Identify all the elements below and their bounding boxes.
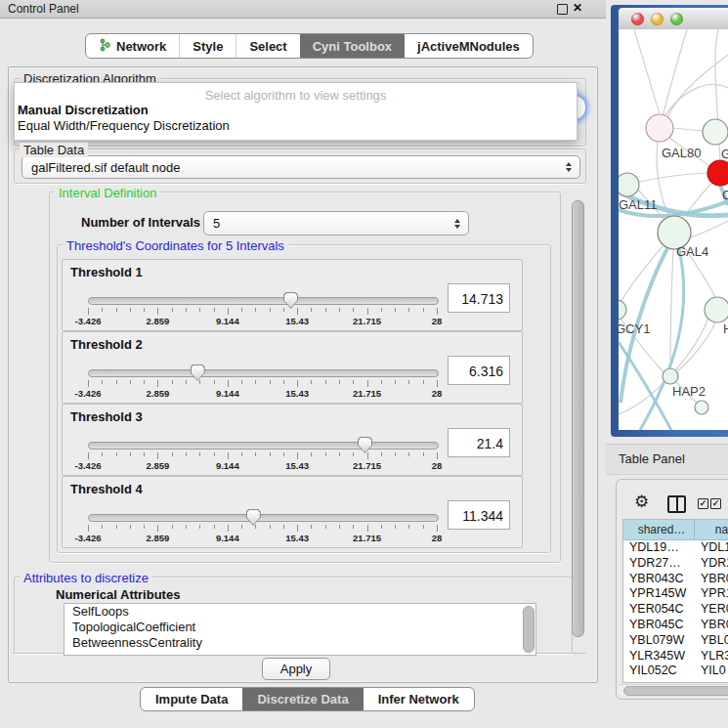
checkbox-icon[interactable]: ✓ — [698, 498, 708, 509]
algorithm-option-equal-width-frequency-discretization[interactable]: Equal Width/Frequency Discretization — [18, 118, 565, 134]
table-cell[interactable]: YBL079W — [623, 633, 695, 649]
tick-mark — [325, 452, 326, 456]
table-cell[interactable]: YBR0 — [695, 572, 728, 587]
algorithm-option-manual-discretization[interactable]: Manual Discretization — [18, 103, 565, 118]
tick-mark — [270, 452, 271, 456]
tab-impute-data[interactable]: Impute Data — [141, 688, 242, 710]
tick-mark — [214, 308, 215, 312]
threshold-slider-track[interactable] — [88, 369, 439, 377]
tab-infer-network[interactable]: Infer Network — [364, 688, 474, 710]
table-cell[interactable]: YDL1 — [695, 540, 728, 556]
network-node-h[interactable] — [705, 297, 728, 322]
network-node-c[interactable] — [707, 160, 728, 186]
attribute-item-betweennesscentrality[interactable]: BetweennessCentrality — [64, 635, 535, 651]
table-row[interactable]: YIL052CYIL0 — [623, 664, 728, 679]
minimize-traffic-light-icon[interactable] — [651, 13, 664, 25]
table-cell[interactable]: YBL0 — [695, 633, 728, 649]
number-of-intervals-value: 5 — [204, 216, 450, 231]
table-cell[interactable]: YIL0 — [695, 664, 728, 679]
table-cell[interactable]: YLR345W — [623, 649, 695, 664]
table-row[interactable]: YPR145WYPR1 — [623, 586, 728, 602]
threshold-slider-track[interactable] — [88, 297, 439, 305]
tick-mark — [437, 380, 438, 387]
tab-discretize-data[interactable]: Discretize Data — [242, 688, 363, 710]
table-cell[interactable]: YDL19… — [623, 540, 695, 556]
network-canvas[interactable]: GAL80GACGAL11GAL4GCY1HHAP2 — [619, 29, 728, 430]
tick-mark — [297, 308, 298, 315]
number-of-intervals-combobox[interactable]: 5 — [203, 211, 469, 236]
threshold-value-field[interactable]: 14.713 — [448, 283, 510, 313]
table-cell[interactable]: YBR045C — [623, 618, 695, 633]
columns-icon[interactable] — [667, 495, 686, 513]
table-cell[interactable]: YPR1 — [695, 586, 728, 602]
tab-network[interactable]: Network — [86, 34, 179, 58]
table-cell[interactable]: YPR145W — [623, 586, 695, 602]
close-traffic-light-icon[interactable] — [631, 13, 644, 25]
attributes-title: Attributes to discretize — [20, 571, 152, 585]
table-row[interactable]: YDL19…YDL1 — [623, 540, 728, 556]
threshold-slider-track[interactable] — [88, 442, 439, 450]
table-cell[interactable]: YER0 — [695, 602, 728, 618]
network-node-gal80[interactable] — [646, 114, 673, 142]
table-cell[interactable]: YIL052C — [623, 664, 695, 679]
zoom-traffic-light-icon[interactable] — [670, 13, 683, 25]
network-node-hap2[interactable] — [663, 368, 678, 384]
network-node-label: H — [723, 321, 728, 336]
close-icon[interactable]: ✕ — [573, 1, 582, 15]
network-node-label: GA — [721, 147, 728, 161]
tick-mark — [186, 525, 187, 529]
network-node-gal11[interactable] — [619, 173, 639, 196]
tab-cyni-toolbox[interactable]: Cyni Toolbox — [300, 34, 405, 58]
horizontal-scrollbar[interactable] — [619, 684, 728, 696]
table-row[interactable]: YDR27…YDR2 — [623, 556, 728, 572]
threshold-value-field[interactable]: 21.4 — [448, 428, 510, 457]
table-row[interactable]: YBR043CYBR0 — [623, 572, 728, 587]
network-node-unlabeled[interactable] — [695, 401, 708, 414]
threshold-slider-track[interactable] — [88, 514, 439, 522]
table-cell[interactable]: YBR0 — [695, 618, 728, 633]
threshold-slider-thumb[interactable] — [358, 437, 372, 453]
table-cell[interactable]: YER054C — [623, 602, 695, 618]
gear-icon[interactable]: ⚙ — [634, 492, 649, 512]
threshold-value-field[interactable]: 11.344 — [448, 500, 510, 530]
checkbox-icon[interactable]: ✓ — [710, 498, 721, 509]
table-cell[interactable]: YLR3 — [695, 649, 728, 664]
tick-label: 15.43 — [285, 316, 309, 326]
threshold-slider-thumb[interactable] — [283, 292, 298, 309]
tick-label: 9.144 — [216, 533, 239, 543]
table-row[interactable]: YBR045CYBR0 — [623, 618, 728, 633]
table-row[interactable]: YER054CYER0 — [623, 602, 728, 618]
table-cell[interactable]: YDR2 — [695, 556, 728, 572]
column-header-na[interactable]: na — [695, 520, 728, 539]
tick-mark — [353, 452, 354, 456]
apply-button[interactable]: Apply — [262, 658, 330, 680]
attribute-item-selfloops[interactable]: SelfLoops — [64, 604, 535, 620]
network-node-gcy1[interactable] — [619, 300, 626, 320]
vertical-scrollbar[interactable] — [572, 200, 584, 637]
table-row[interactable]: YLR345WYLR3 — [623, 649, 728, 664]
table-row[interactable]: YBL079WYBL0 — [623, 633, 728, 649]
tick-mark — [102, 380, 103, 384]
tick-mark — [144, 308, 145, 312]
table-data-combobox[interactable]: galFiltered.sif default node — [21, 155, 580, 179]
spinner-arrows-icon[interactable] — [561, 162, 577, 172]
tab-select[interactable]: Select — [236, 34, 299, 58]
tick-mark — [283, 308, 284, 312]
tab-jactivemnodules[interactable]: jActiveMNodules — [405, 34, 533, 58]
column-header-shared[interactable]: shared… — [623, 520, 695, 539]
tab-style[interactable]: Style — [179, 34, 236, 58]
tick-mark — [325, 308, 326, 312]
threshold-slider-thumb[interactable] — [191, 364, 205, 381]
tick-mark — [102, 308, 103, 312]
table-cell[interactable]: YDR27… — [623, 556, 695, 572]
network-window-titlebar[interactable] — [619, 8, 728, 30]
tick-mark — [423, 525, 424, 529]
list-scrollbar[interactable] — [523, 606, 535, 653]
threshold-value-field[interactable]: 6.316 — [448, 356, 510, 385]
threshold-slider-thumb[interactable] — [246, 509, 261, 526]
network-node-ga[interactable] — [703, 119, 728, 145]
spinner-arrows-icon[interactable] — [450, 219, 465, 229]
attribute-item-topologicalcoefficient[interactable]: TopologicalCoefficient — [64, 620, 535, 635]
float-window-icon[interactable] — [557, 4, 568, 15]
table-cell[interactable]: YBR043C — [623, 572, 695, 587]
